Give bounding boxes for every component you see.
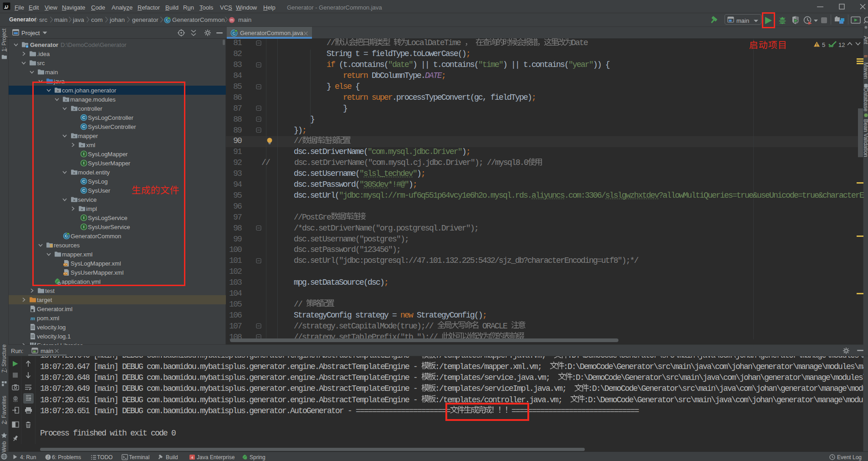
svg-text:m: m xyxy=(230,18,233,22)
svg-text:4: 4 xyxy=(191,456,194,460)
svg-text:!: ! xyxy=(47,455,49,460)
svg-text:m: m xyxy=(31,315,35,322)
svg-text:m: m xyxy=(864,53,868,58)
